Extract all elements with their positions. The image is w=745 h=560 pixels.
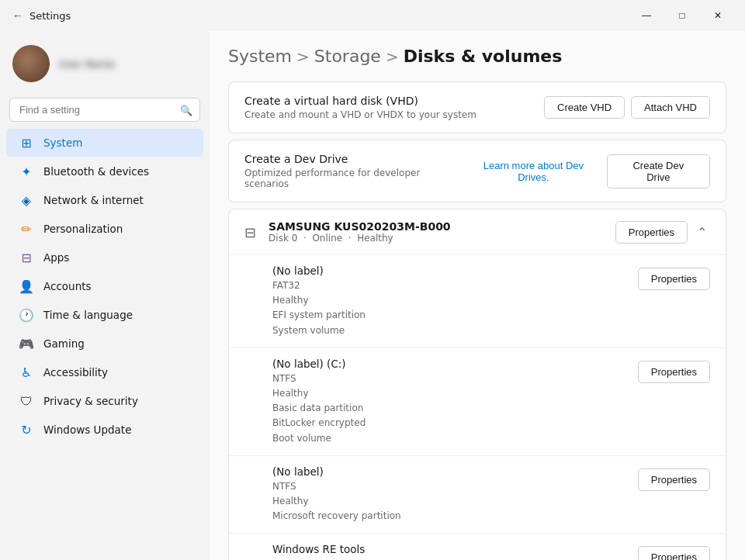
partition-label-0: (No label) [272, 264, 366, 277]
vhd-subtitle: Create and mount a VHD or VHDX to your s… [244, 109, 476, 120]
personalization-icon: ✏ [19, 221, 34, 237]
avatar [12, 45, 50, 82]
disk-name: SAMSUNG KUS020203M-B000 [269, 220, 451, 233]
disk-status: Online [312, 233, 342, 244]
partition-properties-button-1[interactable]: Properties [638, 361, 710, 383]
window-controls: — □ ✕ [629, 3, 736, 28]
personalization-label: Personalization [43, 223, 123, 235]
partition-info-3: Windows RE tools NTFSHealthy [272, 543, 365, 560]
sidebar-item-gaming[interactable]: 🎮 Gaming [6, 330, 203, 358]
partition-meta-1: NTFSHealthyBasic data partitionBitLocker… [272, 372, 366, 446]
partition-actions-3: Properties [638, 543, 710, 560]
vhd-title: Create a virtual hard disk (VHD) [244, 95, 476, 107]
partition-meta-3: NTFSHealthy [272, 557, 365, 560]
dev-drive-subtitle: Optimized performance for developer scen… [244, 168, 466, 189]
partition-row: Windows RE tools NTFSHealthy Properties [229, 533, 726, 560]
disk-properties-button[interactable]: Properties [615, 221, 688, 244]
bluetooth-icon: ✦ [19, 164, 34, 179]
disk-expand-button[interactable]: ⌃ [694, 222, 710, 243]
sidebar-item-apps[interactable]: ⊟ Apps [6, 244, 203, 271]
accounts-label: Accounts [43, 280, 92, 292]
disk-header: ⊟ SAMSUNG KUS020203M-B000 Disk 0 · Onlin… [229, 209, 726, 254]
apps-icon: ⊟ [19, 250, 34, 265]
sidebar-item-update[interactable]: ↻ Windows Update [6, 416, 203, 444]
user-name: User Name [59, 58, 115, 70]
gaming-label: Gaming [43, 337, 85, 350]
partition-actions-2: Properties [638, 465, 710, 491]
back-button[interactable]: ← [12, 9, 23, 22]
time-label: Time & language [43, 309, 133, 321]
sidebar-item-network[interactable]: ◈ Network & internet [6, 186, 203, 214]
window-title: Settings [29, 10, 71, 22]
partition-row: (No label) NTFSHealthyMicrosoft recovery… [229, 455, 726, 534]
accessibility-label: Accessibility [43, 366, 108, 379]
attach-vhd-button[interactable]: Attach VHD [631, 96, 710, 119]
partition-label-2: (No label) [272, 465, 401, 478]
partition-properties-button-2[interactable]: Properties [638, 468, 710, 491]
gaming-icon: 🎮 [19, 336, 34, 351]
disk-icon: ⊟ [244, 224, 256, 240]
partition-label-3: Windows RE tools [272, 543, 365, 555]
disk-header-right: Properties ⌃ [615, 221, 710, 244]
dev-drive-actions: Learn more about Dev Drives. Create Dev … [466, 154, 710, 188]
vhd-text-group: Create a virtual hard disk (VHD) Create … [244, 95, 476, 120]
partition-row: (No label) FAT32HealthyEFI system partit… [229, 254, 726, 347]
partition-actions-0: Properties [638, 264, 710, 290]
avatar-image [12, 45, 50, 82]
breadcrumb-sep-2: > [386, 47, 399, 66]
sidebar-item-bluetooth[interactable]: ✦ Bluetooth & devices [6, 157, 203, 185]
vhd-actions: Create VHD Attach VHD [544, 96, 710, 119]
network-label: Network & internet [43, 194, 144, 206]
breadcrumb-system[interactable]: System [228, 47, 292, 66]
sidebar-item-privacy[interactable]: 🛡 Privacy & security [6, 387, 203, 415]
dev-drive-card-row: Create a Dev Drive Optimized performance… [229, 140, 726, 202]
dev-drive-text-group: Create a Dev Drive Optimized performance… [244, 153, 466, 189]
partition-properties-button-3[interactable]: Properties [638, 546, 710, 560]
bluetooth-label: Bluetooth & devices [43, 165, 149, 178]
search-icon: 🔍 [180, 104, 192, 116]
sidebar: User Name 🔍 ⊞ System ✦ Bluetooth & devic… [0, 31, 210, 560]
partition-info-0: (No label) FAT32HealthyEFI system partit… [272, 264, 366, 338]
breadcrumb-sep-1: > [296, 47, 310, 66]
main-content: System > Storage > Disks & volumes Creat… [210, 31, 745, 560]
partition-row: (No label) (C:) NTFSHealthyBasic data pa… [229, 347, 726, 455]
system-label: System [43, 137, 82, 149]
partition-properties-button-0[interactable]: Properties [638, 268, 710, 290]
network-icon: ◈ [19, 192, 34, 208]
sidebar-item-accounts[interactable]: 👤 Accounts [6, 272, 203, 300]
disk-health: Healthy [357, 233, 393, 244]
create-vhd-button[interactable]: Create VHD [544, 96, 625, 119]
dev-drive-card: Create a Dev Drive Optimized performance… [228, 140, 726, 202]
breadcrumb: System > Storage > Disks & volumes [228, 47, 726, 66]
maximize-button[interactable]: □ [664, 3, 700, 28]
system-icon: ⊞ [19, 135, 34, 150]
breadcrumb-current: Disks & volumes [404, 47, 563, 66]
minimize-button[interactable]: — [629, 3, 664, 28]
breadcrumb-storage[interactable]: Storage [314, 47, 381, 66]
dev-drive-title: Create a Dev Drive [244, 153, 466, 165]
partition-label-1: (No label) (C:) [272, 358, 366, 370]
accounts-icon: 👤 [19, 278, 34, 294]
partition-info-2: (No label) NTFSHealthyMicrosoft recovery… [272, 465, 401, 524]
partition-actions-1: Properties [638, 358, 710, 383]
privacy-label: Privacy & security [43, 395, 138, 407]
sidebar-item-system[interactable]: ⊞ System [6, 129, 203, 157]
search-input[interactable] [9, 98, 200, 122]
nav-container: ⊞ System ✦ Bluetooth & devices ◈ Network… [0, 128, 210, 444]
privacy-icon: 🛡 [19, 393, 34, 409]
partitions-container: (No label) FAT32HealthyEFI system partit… [229, 254, 726, 560]
create-dev-drive-button[interactable]: Create Dev Drive [607, 154, 710, 188]
partition-info-1: (No label) (C:) NTFSHealthyBasic data pa… [272, 358, 366, 446]
dev-drive-learn-link[interactable]: Learn more about Dev Drives. [466, 160, 601, 183]
update-icon: ↻ [19, 422, 34, 437]
vhd-card: Create a virtual hard disk (VHD) Create … [228, 81, 726, 133]
partition-meta-0: FAT32HealthyEFI system partitionSystem v… [272, 278, 366, 338]
sidebar-item-time[interactable]: 🕐 Time & language [6, 301, 203, 329]
close-button[interactable]: ✕ [700, 3, 736, 28]
sidebar-item-accessibility[interactable]: ♿ Accessibility [6, 358, 203, 386]
update-label: Windows Update [43, 423, 131, 436]
sidebar-item-personalization[interactable]: ✏ Personalization [6, 215, 203, 243]
disk-number: Disk 0 [269, 233, 297, 244]
title-bar: ← Settings — □ ✕ [0, 0, 745, 31]
user-section: User Name [0, 37, 210, 95]
